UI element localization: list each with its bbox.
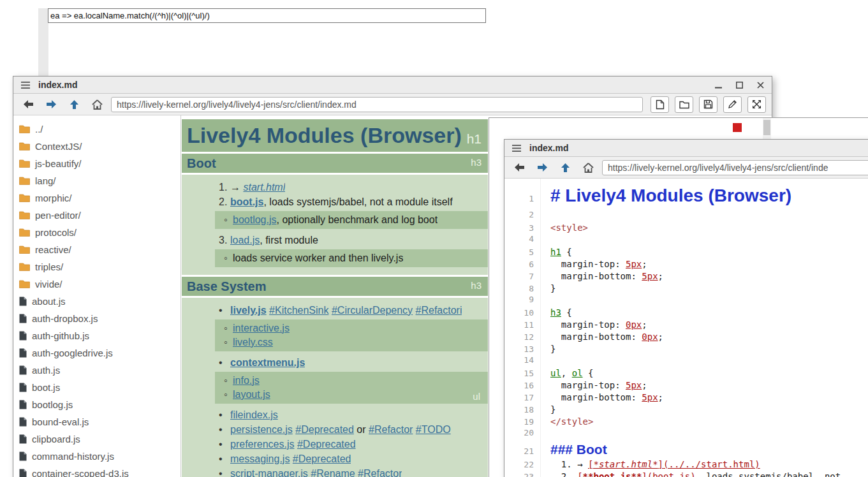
md-link[interactable]: #Refactor (369, 424, 413, 435)
md-link[interactable]: lively.js (230, 305, 267, 316)
back-button[interactable] (510, 159, 528, 176)
forward-button[interactable] (42, 96, 60, 113)
folder-icon (19, 211, 30, 219)
sidebar-item-label: about.js (32, 296, 66, 307)
code-line: 18} (504, 404, 868, 416)
md-link[interactable]: messaging.js (230, 453, 290, 464)
nested-list-item: ◦loads service worker and then lively.js (215, 251, 488, 265)
md-link[interactable]: #Refactor (358, 468, 402, 477)
md-link[interactable]: lively.css (233, 337, 273, 348)
line-number: 7 (504, 272, 540, 281)
list-marker: • (219, 466, 230, 477)
close-button[interactable] (756, 80, 765, 90)
window-menu-icon[interactable] (20, 80, 31, 90)
scratch-expression-input[interactable] (48, 8, 486, 23)
vertical-scrollbar[interactable] (763, 118, 771, 139)
open-folder-button[interactable] (675, 96, 693, 113)
sidebar-item[interactable]: reactive/ (13, 241, 180, 258)
back-button[interactable] (19, 96, 37, 113)
file-icon (19, 417, 27, 427)
sidebar-item[interactable]: auth-dropbox.js (13, 310, 180, 327)
sidebar-item[interactable]: pen-editor/ (13, 207, 180, 224)
nested-list-item: ◦layout.js (215, 388, 488, 402)
sidebar-item[interactable]: bound-eval.js (13, 413, 180, 430)
md-text: , optionally benchmark and log boot (277, 214, 438, 225)
home-button[interactable] (579, 159, 597, 176)
folder-icon (19, 194, 30, 202)
navigation-toolbar (504, 157, 868, 179)
md-link[interactable]: preferences.js (230, 439, 295, 450)
new-file-button[interactable] (651, 96, 669, 113)
code-token: ; (658, 271, 663, 281)
sidebar-item[interactable]: container-scoped-d3.js (13, 465, 180, 477)
md-link[interactable]: boot.js (230, 196, 263, 207)
md-link[interactable]: #Rename (311, 468, 355, 477)
fullscreen-button[interactable] (747, 96, 766, 113)
sidebar-item-label: auth.js (32, 365, 60, 376)
sidebar-item[interactable]: boot.js (13, 379, 180, 396)
sidebar-item[interactable]: command-history.js (13, 448, 180, 465)
md-link[interactable]: bootlog.js (233, 214, 277, 225)
sidebar-item[interactable]: auth.js (13, 362, 180, 379)
code-text: ul, ol { (540, 367, 593, 379)
home-button[interactable] (88, 96, 106, 113)
minimize-button[interactable] (714, 80, 723, 90)
md-link[interactable]: persistence.js (230, 424, 293, 435)
md-link[interactable]: #Deprecated (293, 453, 351, 464)
sidebar-item[interactable]: auth-googledrive.js (13, 344, 180, 362)
md-link[interactable]: #Deprecated (297, 439, 356, 450)
desktop: index.md (0, 0, 868, 477)
md-link[interactable]: contextmenu.js (230, 357, 305, 368)
md-link[interactable]: #Deprecated (295, 424, 354, 435)
save-button[interactable] (699, 96, 717, 113)
md-link[interactable]: fileindex.js (230, 409, 278, 420)
md-link[interactable]: info.js (233, 375, 260, 386)
sidebar-item[interactable]: protocols/ (13, 224, 180, 241)
md-link[interactable]: start.html (243, 182, 285, 193)
code-token: (boot.js) (647, 471, 696, 477)
window-titlebar[interactable]: index.md (504, 140, 868, 157)
up-button[interactable] (65, 96, 83, 113)
sidebar-item[interactable]: about.js (13, 293, 180, 310)
sidebar-item[interactable]: ../ (13, 121, 180, 138)
code-text: margin-bottom: 5px; (540, 392, 663, 404)
sidebar-item[interactable]: lang/ (13, 172, 180, 189)
list-item-text: persistence.js #Deprecated or #Refactor … (230, 422, 451, 437)
sidebar-item[interactable]: clipboard.js (13, 430, 180, 448)
maximize-button[interactable] (735, 80, 744, 90)
code-editor[interactable]: 1# Lively4 Modules (Browser)23<style>45h… (504, 179, 868, 477)
edit-button[interactable] (723, 96, 742, 113)
md-link[interactable]: #KitchenSink (269, 305, 328, 316)
md-link[interactable]: #CircularDepency (332, 305, 413, 316)
sidebar-item-label: js-beautify/ (35, 158, 82, 169)
sidebar-item[interactable]: triples/ (13, 258, 180, 275)
sidebar-item[interactable]: vivide/ (13, 275, 180, 293)
md-link[interactable]: #Refactori (416, 305, 462, 316)
sidebar-item-label: protocols/ (35, 227, 77, 238)
up-button[interactable] (556, 159, 574, 176)
line-number: 9 (504, 295, 540, 304)
md-link[interactable]: script-manager.js (230, 468, 308, 477)
sidebar-item-label: reactive/ (35, 244, 71, 255)
list-item: •messaging.js #Deprecated (182, 451, 488, 466)
file-icon (19, 469, 27, 477)
list-marker: ◦ (224, 251, 233, 265)
forward-button[interactable] (533, 159, 551, 176)
url-input[interactable] (602, 160, 868, 175)
window-menu-icon[interactable] (511, 143, 522, 153)
sidebar-item[interactable]: ContextJS/ (13, 138, 180, 155)
sidebar-item[interactable]: morphic/ (13, 189, 180, 207)
sidebar-item[interactable]: bootlog.js (13, 396, 180, 413)
md-link[interactable]: load.js (230, 235, 260, 246)
md-link[interactable]: layout.js (233, 389, 270, 400)
url-input[interactable] (111, 97, 643, 112)
md-link[interactable]: #TODO (416, 424, 451, 435)
code-text: h1 { (540, 246, 572, 258)
unordered-list: •lively.js #KitchenSink #CircularDepency… (182, 298, 488, 477)
window-titlebar[interactable]: index.md (13, 77, 772, 94)
sidebar-item[interactable]: js-beautify/ (13, 155, 180, 172)
md-link[interactable]: interactive.js (233, 323, 290, 334)
sidebar-item[interactable]: auth-github.js (13, 327, 180, 344)
sidebar-item-label: lang/ (35, 175, 56, 186)
scrollbar-thumb[interactable] (763, 120, 770, 135)
